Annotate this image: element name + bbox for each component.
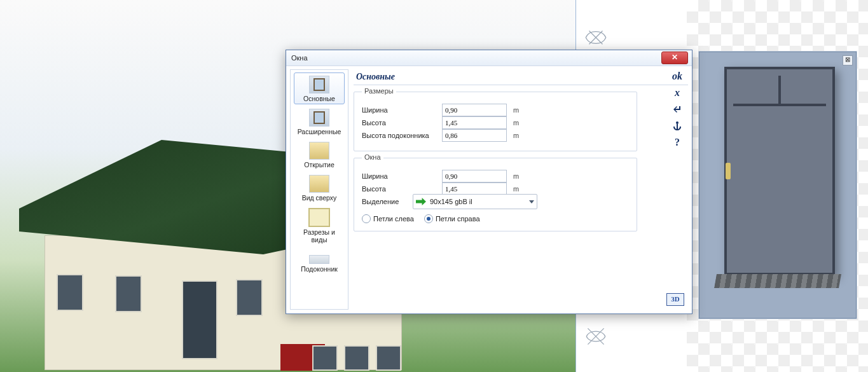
window-icon: [309, 76, 329, 93]
square-icon: [308, 208, 330, 227]
hinge-right-radio[interactable]: Петли справа: [424, 214, 480, 223]
radio-icon: [362, 214, 371, 223]
selection-label: Выделение: [362, 198, 413, 205]
win-height-input[interactable]: [442, 183, 507, 195]
selection-value: 90x145 gbB il: [430, 198, 472, 205]
plan-symbol: [582, 323, 609, 350]
tab-extended[interactable]: Расширенные: [294, 106, 345, 137]
preview-sill: [714, 274, 841, 288]
unit-label: m: [513, 172, 519, 180]
radio-label: Петли слева: [373, 215, 414, 223]
section-heading: Основные: [354, 69, 688, 85]
tab-top-view[interactable]: Вид сверху: [294, 172, 345, 203]
sill-height-label: Высота подоконника: [362, 132, 442, 139]
tab-opening[interactable]: Открытие: [294, 139, 345, 170]
selection-dropdown[interactable]: 90x145 gbB il: [413, 194, 537, 209]
dialog-content: Основные ok x ? Размеры Ширина m: [354, 69, 688, 310]
unit-label: m: [513, 185, 519, 193]
tab-basic[interactable]: Основные: [294, 72, 345, 104]
anchor-button[interactable]: [669, 120, 685, 133]
preview-close-button[interactable]: ⊠: [843, 55, 853, 65]
cancel-button[interactable]: x: [669, 87, 685, 100]
radio-label: Петли справа: [436, 215, 480, 223]
window-3d-preview: ⊠: [698, 51, 857, 319]
tab-sill[interactable]: Подоконник: [294, 247, 345, 275]
group-legend: Окна: [362, 153, 383, 161]
tab-label: Подоконник: [296, 265, 343, 273]
height-label: Высота: [362, 119, 442, 127]
dialog-actions: ok x ?: [668, 71, 687, 149]
win-width-input[interactable]: [442, 170, 507, 183]
help-button[interactable]: ?: [669, 137, 685, 149]
tab-sections[interactable]: Разрезы и виды: [294, 205, 345, 245]
dialog-title-text: Окна: [291, 54, 308, 62]
plan-symbol: [582, 24, 609, 51]
arrow-right-icon: [416, 198, 426, 205]
group-sizes: Размеры Ширина m Высота m Высота подокон…: [354, 92, 637, 151]
window-properties-dialog: Окна ✕ Основные Расширенные Открытие Вид…: [286, 50, 692, 314]
unit-label: m: [513, 132, 519, 139]
bar-icon: [309, 175, 329, 193]
bar-icon: [309, 142, 329, 160]
win-height-label: Высота: [362, 185, 442, 193]
slab-icon: [309, 255, 329, 264]
chevron-down-icon: [529, 200, 534, 203]
dialog-close-button[interactable]: ✕: [661, 52, 688, 64]
unit-label: m: [513, 106, 519, 114]
dialog-titlebar[interactable]: Окна ✕: [286, 50, 692, 66]
tab-label: Открытие: [296, 161, 343, 169]
sill-height-input[interactable]: [442, 129, 507, 142]
height-input[interactable]: [442, 116, 507, 129]
width-label: Ширина: [362, 106, 442, 114]
win-width-label: Ширина: [362, 172, 442, 180]
group-window: Окна Ширина m Высота m Выделение 90x145 …: [354, 158, 637, 231]
tab-label: Расширенные: [296, 128, 343, 135]
ok-button[interactable]: ok: [669, 71, 685, 83]
dialog-side-tabs: Основные Расширенные Открытие Вид сверху…: [290, 69, 348, 310]
tab-label: Разрезы и виды: [296, 228, 343, 244]
radio-icon: [424, 214, 433, 223]
group-legend: Размеры: [362, 87, 396, 95]
3d-toggle-badge[interactable]: 3D: [666, 293, 684, 306]
preview-window-model: [724, 67, 835, 275]
tab-label: Вид сверху: [296, 194, 343, 202]
window-icon: [309, 109, 329, 127]
tab-label: Основные: [296, 95, 343, 102]
width-input[interactable]: [442, 104, 507, 116]
hinge-left-radio[interactable]: Петли слева: [362, 214, 414, 223]
back-button[interactable]: [669, 104, 685, 116]
unit-label: m: [513, 119, 519, 127]
